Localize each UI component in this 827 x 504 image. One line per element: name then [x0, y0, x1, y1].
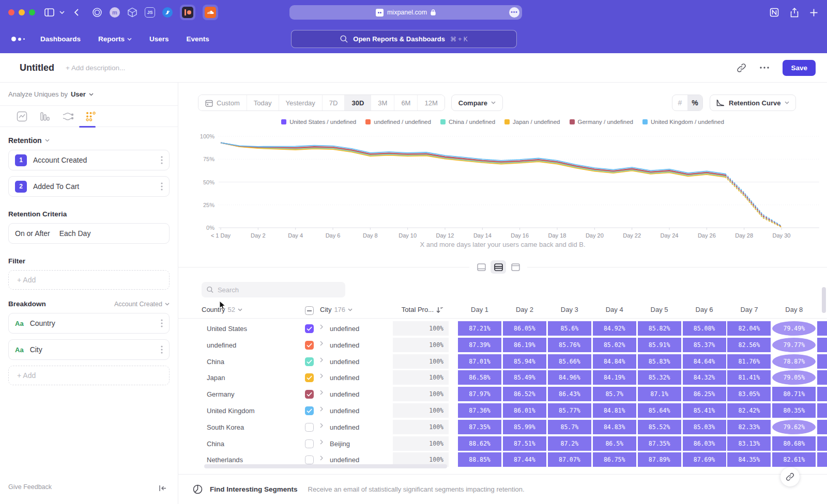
expand-row-icon[interactable] — [320, 341, 323, 346]
range-today[interactable]: Today — [247, 95, 279, 111]
back-icon[interactable] — [74, 9, 79, 16]
row-checkbox[interactable] — [305, 341, 314, 350]
nav-item-dashboards[interactable]: Dashboards — [40, 35, 81, 43]
url-options-icon[interactable]: ••• — [509, 7, 519, 18]
legend-item[interactable]: undefined / undefined — [365, 119, 431, 125]
horizontal-scrollbar[interactable] — [204, 464, 447, 468]
view-chart-only-button[interactable] — [473, 260, 489, 274]
tab-insights[interactable] — [17, 111, 27, 122]
report-title[interactable]: Untitled — [20, 62, 54, 73]
breakdown-options-icon[interactable] — [161, 319, 163, 327]
range-6m[interactable]: 6M — [394, 95, 418, 111]
legend-item[interactable]: China / undefined — [440, 119, 495, 125]
view-split-button[interactable] — [491, 260, 506, 274]
new-tab-icon[interactable] — [810, 9, 818, 17]
notion-icon[interactable] — [770, 8, 779, 17]
day-column-header[interactable]: Day 6 — [683, 306, 726, 313]
range-30d[interactable]: 30D — [345, 95, 371, 111]
maximize-window-button[interactable] — [29, 9, 35, 15]
row-checkbox[interactable] — [305, 390, 314, 399]
day-column-header[interactable]: Day 3 — [548, 306, 591, 313]
percent-values-toggle[interactable]: % — [687, 95, 702, 111]
add-breakdown-button[interactable]: + Add — [8, 366, 170, 385]
day-column-header[interactable]: Day 2 — [503, 306, 546, 313]
expand-row-icon[interactable] — [320, 357, 323, 363]
extension-bird-icon[interactable] — [162, 7, 173, 18]
view-table-only-button[interactable] — [508, 260, 523, 274]
footer-title[interactable]: Find Interesting Segments — [210, 485, 298, 493]
criteria-each-day[interactable]: Each Day — [59, 229, 91, 238]
analyze-entity-select[interactable]: User — [71, 90, 86, 98]
copy-link-icon[interactable] — [737, 63, 746, 73]
share-icon[interactable] — [790, 8, 799, 18]
legend-item[interactable]: United States / undefined — [281, 119, 356, 125]
range-7d[interactable]: 7D — [323, 95, 345, 111]
extension-ring-icon[interactable] — [92, 7, 102, 18]
sidebar-toggle-icon[interactable] — [44, 8, 54, 17]
global-search-button[interactable]: Open Reports & Dashboards ⌘ + K — [291, 30, 517, 48]
row-checkbox[interactable] — [305, 439, 314, 448]
city-column-header[interactable]: City 176 — [320, 306, 353, 313]
breakdown-event-select[interactable]: Account Created — [114, 301, 170, 308]
row-checkbox[interactable] — [305, 357, 314, 366]
share-link-button[interactable] — [780, 467, 800, 486]
tab-flows[interactable] — [62, 111, 73, 122]
row-checkbox[interactable] — [305, 423, 314, 432]
expand-row-icon[interactable] — [320, 406, 323, 412]
day-column-header[interactable]: Day 4 — [593, 306, 636, 313]
add-filter-button[interactable]: + Add — [8, 270, 170, 290]
add-description[interactable]: + Add description... — [66, 64, 125, 72]
day-column-header[interactable]: Day 5 — [638, 306, 681, 313]
range-yesterday[interactable]: Yesterday — [279, 95, 323, 111]
extension-js-icon[interactable]: JS — [145, 7, 155, 18]
extension-m-icon[interactable]: m — [110, 7, 120, 18]
row-checkbox[interactable] — [305, 406, 314, 415]
row-checkbox[interactable] — [305, 324, 314, 333]
total-column-header[interactable]: Total Pro... — [399, 306, 443, 313]
minimize-window-button[interactable] — [19, 9, 25, 15]
breakdown-options-icon[interactable] — [161, 345, 163, 354]
table-search-input[interactable] — [218, 286, 340, 294]
breakdown-card[interactable]: AaCity — [8, 339, 170, 360]
select-all-checkbox[interactable] — [305, 306, 314, 315]
mixpanel-logo[interactable] — [11, 37, 29, 41]
expand-row-icon[interactable] — [320, 390, 323, 395]
retention-step-card[interactable]: 1Account Created — [8, 150, 170, 170]
absolute-values-toggle[interactable]: # — [672, 95, 687, 111]
legend-item[interactable]: Japan / undefined — [504, 119, 560, 125]
extension-patreon-icon[interactable] — [180, 5, 195, 20]
criteria-card[interactable]: On or After Each Day — [8, 223, 170, 244]
retention-section-label[interactable]: Retention — [8, 136, 42, 145]
expand-row-icon[interactable] — [320, 373, 323, 379]
row-checkbox[interactable] — [305, 455, 314, 464]
day-column-header[interactable]: Day 1 — [458, 306, 501, 313]
save-button[interactable]: Save — [783, 60, 816, 76]
expand-row-icon[interactable] — [320, 423, 323, 428]
breakdown-card[interactable]: AaCountry — [8, 313, 170, 334]
close-window-button[interactable] — [8, 9, 14, 15]
range-12m[interactable]: 12M — [418, 95, 444, 111]
step-event-label[interactable]: Account Created — [33, 156, 87, 164]
step-event-label[interactable]: Added To Cart — [33, 182, 79, 191]
expand-row-icon[interactable] — [320, 455, 323, 461]
chart-type-select[interactable]: Retention Curve — [710, 94, 796, 111]
table-search[interactable] — [202, 282, 345, 297]
day-column-header[interactable]: Day 7 — [727, 306, 771, 313]
tab-funnels[interactable] — [39, 111, 50, 122]
collapse-sidebar-icon[interactable] — [159, 485, 166, 492]
legend-item[interactable]: Germany / undefined — [570, 119, 633, 125]
nav-item-users[interactable]: Users — [149, 35, 169, 43]
expand-row-icon[interactable] — [320, 439, 323, 445]
retention-line-chart[interactable]: 0%25%50%75%100%< 1 DayDay 2Day 4Day 6Day… — [178, 131, 827, 240]
more-options-icon[interactable] — [760, 67, 769, 69]
range-3m[interactable]: 3M — [371, 95, 394, 111]
step-options-icon[interactable] — [161, 182, 163, 191]
tab-retention[interactable] — [85, 111, 96, 122]
legend-item[interactable]: United Kingdom / undefined — [642, 119, 724, 125]
day-column-header[interactable]: Day 8 — [772, 306, 816, 313]
give-feedback-link[interactable]: Give Feedback — [8, 483, 52, 491]
url-bar[interactable]: mixpanel.com ••• — [289, 5, 522, 20]
retention-step-card[interactable]: 2Added To Cart — [8, 176, 170, 197]
extension-cube-icon[interactable] — [127, 7, 137, 18]
step-options-icon[interactable] — [161, 156, 163, 164]
